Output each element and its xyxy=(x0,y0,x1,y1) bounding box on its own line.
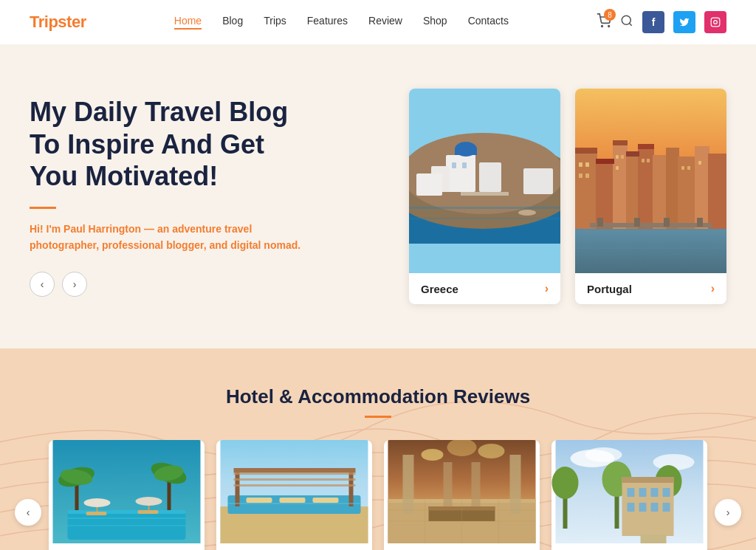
svg-point-24 xyxy=(518,210,536,216)
svg-rect-34 xyxy=(678,157,696,229)
svg-rect-33 xyxy=(666,148,679,229)
svg-rect-84 xyxy=(234,468,356,472)
svg-rect-39 xyxy=(613,140,628,145)
svg-rect-18 xyxy=(416,173,442,196)
svg-point-114 xyxy=(552,467,579,499)
svg-rect-29 xyxy=(613,140,628,229)
svg-rect-122 xyxy=(639,488,647,497)
destination-card-greece[interactable]: Greece › xyxy=(409,89,560,304)
svg-rect-98 xyxy=(403,455,414,514)
hotel-card-1[interactable]: ★ 5.0 Windemere Hotel xyxy=(49,440,205,550)
svg-rect-83 xyxy=(349,470,354,506)
svg-rect-129 xyxy=(641,534,667,543)
nav-features[interactable]: Features xyxy=(307,15,348,30)
logo-text-orange: Trip xyxy=(30,13,58,31)
svg-rect-127 xyxy=(651,503,659,512)
svg-rect-56 xyxy=(634,218,640,227)
svg-rect-45 xyxy=(585,173,589,178)
instagram-button[interactable] xyxy=(704,11,726,33)
main-nav: Home Blog Trips Features Review Shop Con… xyxy=(174,15,509,30)
svg-rect-76 xyxy=(138,510,159,514)
svg-rect-128 xyxy=(663,503,670,512)
svg-rect-31 xyxy=(638,144,654,229)
svg-rect-126 xyxy=(639,503,647,512)
cart-badge: 8 xyxy=(604,9,616,21)
svg-point-5 xyxy=(714,21,718,24)
hotel-3-info: ★ 5.0 Ashdown Park Hotel xyxy=(384,543,540,550)
svg-point-93 xyxy=(422,449,444,461)
hotel-4-image xyxy=(551,440,707,543)
facebook-button[interactable]: f xyxy=(642,11,664,33)
svg-rect-123 xyxy=(651,488,659,497)
svg-rect-51 xyxy=(681,166,684,170)
svg-rect-15 xyxy=(479,162,501,192)
svg-rect-75 xyxy=(86,512,107,515)
nav-trips[interactable]: Trips xyxy=(264,15,286,30)
svg-rect-26 xyxy=(575,225,726,273)
hotel-card-3[interactable]: ★ 5.0 Ashdown Park Hotel xyxy=(384,440,540,550)
hotel-1-image xyxy=(49,440,205,543)
svg-rect-49 xyxy=(642,159,645,162)
svg-rect-86 xyxy=(234,478,356,481)
hero-author: Paul Harrington xyxy=(63,223,141,235)
svg-rect-30 xyxy=(626,151,639,229)
svg-point-111 xyxy=(585,447,622,462)
svg-rect-59 xyxy=(575,229,726,230)
svg-rect-88 xyxy=(247,498,272,503)
nav-review[interactable]: Review xyxy=(368,15,402,30)
portugal-label: Portugal xyxy=(587,283,632,295)
svg-rect-87 xyxy=(234,484,356,487)
site-logo[interactable]: Tripster xyxy=(30,13,86,32)
hotel-2-info: ★ 5.0 Dana Langkawi Hotel xyxy=(216,543,372,550)
svg-rect-82 xyxy=(236,470,240,506)
svg-rect-53 xyxy=(698,161,701,165)
portugal-arrow[interactable]: › xyxy=(711,282,715,295)
svg-rect-17 xyxy=(461,192,509,196)
svg-point-72 xyxy=(84,498,111,507)
hero-desc-prefix: Hi! I'm xyxy=(30,223,63,235)
nav-blog[interactable]: Blog xyxy=(222,15,243,30)
svg-rect-120 xyxy=(622,477,674,483)
greece-arrow[interactable]: › xyxy=(545,282,549,295)
svg-point-94 xyxy=(478,444,505,458)
destination-card-portugal[interactable]: Portugal › xyxy=(575,89,726,304)
svg-rect-54 xyxy=(590,223,712,227)
svg-line-3 xyxy=(629,23,631,25)
hotel-cards-container: ★ 5.0 Windemere Hotel xyxy=(41,440,715,550)
hotel-4-info: ★ 5.0 Persia do Gracia Hotel xyxy=(551,543,707,550)
svg-rect-38 xyxy=(596,159,614,164)
reviews-carousel: ‹ xyxy=(0,440,756,550)
svg-rect-61 xyxy=(575,247,726,249)
svg-rect-47 xyxy=(621,155,624,159)
svg-rect-78 xyxy=(68,525,186,526)
svg-rect-60 xyxy=(575,236,726,238)
hotel-card-2[interactable]: ★ 5.0 Dana Langkawi Hotel xyxy=(216,440,372,550)
svg-rect-23 xyxy=(409,218,560,219)
nav-contacts[interactable]: Contacts xyxy=(468,15,509,30)
carousel-next-button[interactable]: › xyxy=(715,499,741,526)
hero-prev-button[interactable]: ‹ xyxy=(30,272,55,297)
twitter-button[interactable] xyxy=(673,11,695,33)
greece-card-footer: Greece › xyxy=(409,273,560,304)
destination-cards: Greece › xyxy=(409,89,726,304)
carousel-prev-button[interactable]: ‹ xyxy=(15,499,41,526)
svg-rect-46 xyxy=(616,155,619,159)
reviews-divider xyxy=(365,416,391,418)
logo-text-dark: ster xyxy=(58,13,86,31)
hero-next-button[interactable]: › xyxy=(62,272,87,297)
svg-rect-22 xyxy=(409,207,560,209)
svg-point-1 xyxy=(608,26,610,27)
svg-rect-36 xyxy=(708,154,726,229)
svg-rect-35 xyxy=(695,146,709,229)
svg-rect-89 xyxy=(280,498,306,503)
svg-rect-43 xyxy=(585,162,589,167)
svg-rect-121 xyxy=(628,488,635,497)
hero-description: Hi! I'm Paul Harrington — an adventure t… xyxy=(30,221,310,254)
search-button[interactable] xyxy=(620,14,633,30)
nav-shop[interactable]: Shop xyxy=(423,15,447,30)
nav-home[interactable]: Home xyxy=(174,15,202,30)
hotel-card-4[interactable]: ★ 5.0 Persia do Gracia Hotel xyxy=(551,440,707,550)
svg-point-6 xyxy=(718,20,718,21)
svg-rect-101 xyxy=(472,462,481,514)
cart-button[interactable]: 8 xyxy=(597,13,611,31)
